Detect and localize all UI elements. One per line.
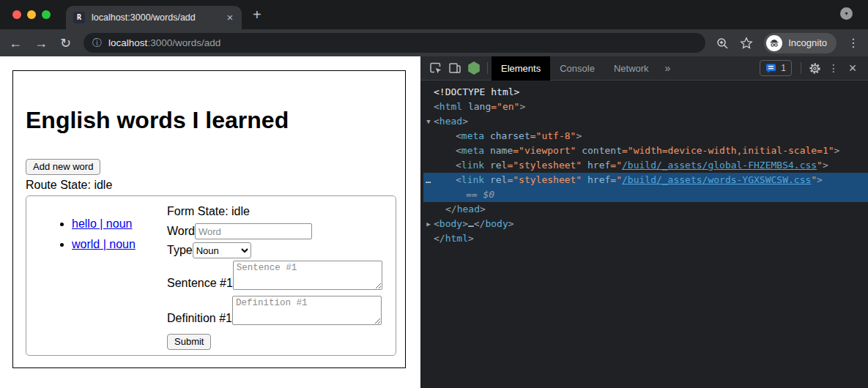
devtools-settings-gear-icon[interactable] — [805, 59, 824, 78]
tab-close-icon[interactable]: × — [224, 12, 236, 23]
tree-expand-arrow-icon[interactable]: ▼ — [423, 114, 434, 129]
devtools-code-line[interactable]: <link rel="stylesheet" href="/build/_ass… — [423, 158, 868, 173]
incognito-label: Incognito — [788, 37, 827, 48]
toolbar-divider — [487, 62, 488, 74]
sentence-row: Sentence #1 — [167, 261, 387, 290]
issues-count: 1 — [781, 63, 786, 73]
line-gutter — [423, 100, 434, 114]
url-host: localhost — [108, 37, 147, 48]
line-gutter — [423, 85, 434, 100]
submit-button[interactable]: Submit — [167, 334, 211, 350]
maximize-window-button[interactable] — [42, 10, 51, 19]
word-link[interactable]: hello | noun — [72, 217, 132, 230]
word-input[interactable] — [195, 223, 312, 239]
inspect-element-icon[interactable] — [426, 59, 445, 78]
back-icon[interactable]: ← — [9, 37, 22, 50]
type-select[interactable]: Noun — [193, 242, 251, 258]
issues-badge[interactable]: 1 — [760, 60, 792, 76]
word-list-item: hello | noun — [72, 217, 167, 231]
browser-tab[interactable]: R localhost:3000/words/add × — [66, 6, 242, 29]
devtools-code-line[interactable]: <!DOCTYPE html> — [423, 85, 868, 100]
devtools-tab-elements[interactable]: Elements — [492, 56, 550, 81]
words-panel: hello | nounworld | noun Form State: idl… — [26, 195, 396, 356]
incognito-badge[interactable]: Incognito — [764, 33, 837, 53]
add-new-word-button[interactable]: Add new word — [26, 159, 100, 175]
device-toolbar-icon[interactable] — [445, 59, 464, 78]
incognito-avatar-icon — [766, 35, 782, 51]
toolbar-divider — [801, 62, 801, 74]
word-label: Word — [167, 225, 195, 238]
devtools-code-line[interactable]: </html> — [423, 231, 868, 246]
word-row: Word — [167, 223, 387, 239]
devtools-code-line[interactable]: </head> — [423, 202, 868, 217]
devtools-code-line[interactable]: ▶<body>…</body> — [423, 217, 868, 231]
minimize-window-button[interactable] — [27, 10, 36, 19]
line-gutter — [423, 129, 434, 143]
devtools-code-line[interactable]: …<link rel="stylesheet" href="/build/_as… — [423, 173, 868, 187]
add-word-form: Form State: idle Word Type Noun — [167, 205, 387, 351]
devtools-toolbar: Elements Console Network » 1 — [420, 56, 868, 81]
word-list-item: world | noun — [72, 237, 167, 251]
definition-label: Definition #1 — [167, 312, 232, 325]
more-tabs-icon[interactable]: » — [659, 62, 678, 74]
devtools-code-line[interactable]: ▼<head> — [423, 114, 868, 129]
devtools-code-line[interactable]: <meta name="viewport" content="width=dev… — [423, 143, 868, 158]
issues-bubble-icon — [765, 64, 776, 73]
app-container: English words I learned Add new word Rou… — [12, 70, 406, 368]
window-content: English words I learned Add new word Rou… — [0, 56, 868, 388]
new-tab-button[interactable]: + — [253, 6, 261, 23]
devtools-tab-network[interactable]: Network — [604, 56, 659, 81]
page-title: English words I learned — [26, 108, 396, 132]
tab-strip: R localhost:3000/words/add × + ▾ — [0, 0, 868, 29]
tab-search-button[interactable]: ▾ — [840, 7, 853, 20]
remix-favicon-icon: R — [73, 12, 85, 23]
devtools-code-line[interactable]: <meta charset="utf-8"> — [423, 129, 868, 143]
browser-menu-icon[interactable]: ⋮ — [847, 37, 859, 49]
type-label: Type — [167, 244, 193, 257]
devtools-menu-icon[interactable]: ⋮ — [824, 59, 843, 78]
reload-icon[interactable]: ↻ — [60, 37, 71, 50]
route-state-text: Route State: idle — [26, 179, 396, 192]
words-list-column: hello | nounworld | noun — [35, 205, 167, 351]
line-gutter — [423, 202, 434, 217]
extension-hexagon-icon[interactable] — [464, 59, 483, 78]
devtools-elements-tree: <!DOCTYPE html><html lang="en">▼<head><m… — [420, 81, 868, 388]
line-gutter-dots-icon[interactable]: … — [423, 173, 434, 187]
definition-textarea[interactable] — [232, 296, 382, 325]
bookmark-star-icon[interactable] — [740, 37, 753, 50]
web-page: English words I learned Add new word Rou… — [0, 56, 420, 388]
line-gutter — [423, 187, 434, 202]
line-gutter — [423, 158, 434, 173]
devtools-close-icon[interactable]: × — [843, 59, 862, 78]
browser-window: R localhost:3000/words/add × + ▾ ← → ↻ ⓘ… — [0, 0, 868, 388]
word-link[interactable]: world | noun — [72, 238, 136, 250]
words-list: hello | nounworld | noun — [35, 217, 167, 251]
tree-expand-arrow-icon[interactable]: ▶ — [423, 217, 434, 231]
close-window-button[interactable] — [12, 10, 21, 19]
devtools-code-line[interactable]: == $0 — [423, 187, 868, 202]
sentence-label: Sentence #1 — [167, 277, 233, 290]
line-gutter — [423, 143, 434, 158]
toolbar-actions: Incognito ⋮ — [716, 33, 859, 53]
devtools-code-line[interactable]: <html lang="en"> — [423, 100, 868, 114]
line-gutter — [423, 231, 434, 246]
definition-row: Definition #1 — [167, 296, 387, 325]
browser-toolbar: ← → ↻ ⓘ localhost:3000/words/add — [0, 29, 868, 56]
tab-title: localhost:3000/words/add — [92, 12, 220, 23]
form-state-text: Form State: idle — [167, 205, 387, 218]
devtools-tab-console[interactable]: Console — [550, 56, 604, 81]
url-path: :3000/words/add — [147, 37, 220, 48]
devtools-panel: Elements Console Network » 1 — [420, 56, 868, 388]
address-bar[interactable]: ⓘ localhost:3000/words/add — [84, 33, 705, 53]
type-row: Type Noun — [167, 242, 387, 258]
sentence-textarea[interactable] — [233, 261, 382, 290]
forward-icon[interactable]: → — [34, 37, 48, 50]
window-controls — [12, 10, 51, 19]
zoom-icon[interactable] — [716, 37, 729, 50]
site-info-icon[interactable]: ⓘ — [92, 37, 102, 50]
